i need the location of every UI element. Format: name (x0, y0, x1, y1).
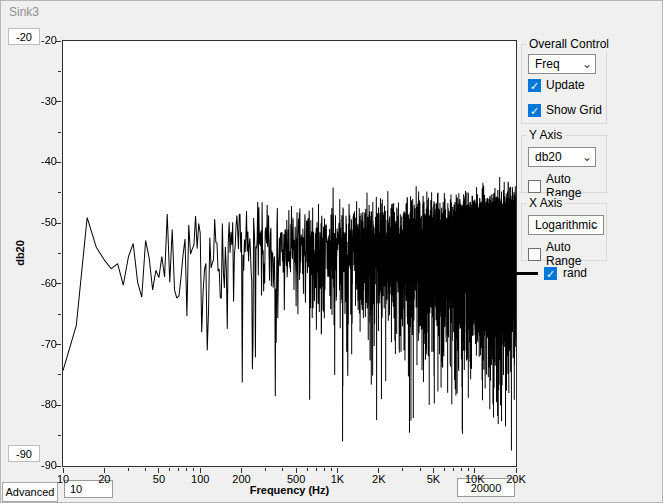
y-minor-tick (58, 435, 61, 436)
x-minor-tick (402, 468, 403, 471)
legend: ✓ rand (516, 266, 587, 280)
y-minor-tick (58, 71, 61, 72)
show-grid-checkbox-label: Show Grid (546, 103, 602, 117)
x-minor-tick (265, 468, 266, 471)
y-minor-tick (58, 132, 61, 133)
x-minor-tick (444, 468, 445, 471)
y-tick-label: -70 (23, 338, 57, 351)
check-icon: ✓ (530, 105, 539, 117)
y-axis-group: Y Axis db20 ⌄ ✓ Auto Range (521, 135, 607, 193)
x-tick-label: 500 (279, 473, 313, 486)
update-checkbox-label: Update (546, 78, 585, 92)
overall-control-dropdown-value: Freq (535, 57, 560, 71)
y-axis-title: db20 (14, 240, 26, 266)
x-tick-label: 5K (416, 473, 450, 486)
x-minor-tick (316, 468, 317, 471)
x-tick-label: 50 (142, 473, 176, 486)
y-tick-label: -80 (23, 398, 57, 411)
x-tick-label: 200 (225, 473, 259, 486)
x-auto-range-label: Auto Range (546, 240, 606, 268)
y-tick-label: -90 (23, 459, 57, 472)
x-minor-tick (169, 468, 170, 471)
x-tick-label: 1K (320, 473, 354, 486)
y-minor-tick (58, 314, 61, 315)
x-minor-tick (331, 468, 332, 471)
x-minor-tick (453, 468, 454, 471)
y-tick-label: -30 (23, 95, 57, 108)
legend-rand-checkbox[interactable]: ✓ (544, 267, 557, 280)
x-minor-tick (461, 468, 462, 471)
plot-area[interactable] (62, 40, 517, 467)
update-row: ✓ Update (528, 78, 585, 92)
x-minor-tick (307, 468, 308, 471)
x-minor-tick (128, 468, 129, 471)
x-auto-range-checkbox[interactable]: ✓ (528, 248, 541, 261)
x-tick-label: 20 (87, 473, 121, 486)
show-grid-row: ✓ Show Grid (528, 103, 602, 117)
x-minor-tick (324, 468, 325, 471)
overall-control-group-title: Overall Control (526, 37, 612, 51)
legend-line-swatch (516, 272, 538, 275)
show-grid-checkbox[interactable]: ✓ (528, 104, 541, 117)
window-title: Sink3 (9, 5, 39, 19)
x-axis-group: X Axis Logarithmic ⌄ ✓ Auto Range (521, 203, 607, 261)
x-minor-tick (178, 468, 179, 471)
x-tick-label: 20K (499, 473, 533, 486)
x-minor-tick (420, 468, 421, 471)
y-axis-dropdown[interactable]: db20 ⌄ (528, 147, 596, 167)
x-minor-tick (186, 468, 187, 471)
y-minor-tick (58, 253, 61, 254)
frequency-sink-window: Sink3 -20 -90 db20 Overall Control Freq … (0, 0, 663, 503)
chevron-down-icon: ⌄ (582, 55, 592, 73)
overall-control-dropdown[interactable]: Freq ⌄ (528, 54, 596, 74)
y-auto-range-checkbox[interactable]: ✓ (528, 180, 541, 193)
x-minor-tick (468, 468, 469, 471)
y-axis-group-title: Y Axis (526, 128, 565, 142)
overall-control-group: Overall Control Freq ⌄ ✓ Update ✓ Show G… (521, 44, 607, 124)
update-checkbox[interactable]: ✓ (528, 79, 541, 92)
chevron-down-icon: ⌄ (582, 148, 592, 166)
y-tick-label: -40 (23, 155, 57, 168)
y-axis-dropdown-value: db20 (535, 150, 562, 164)
x-auto-range-row: ✓ Auto Range (528, 240, 606, 268)
x-tick-label: 2K (362, 473, 396, 486)
x-tick-label: 10 (46, 473, 80, 486)
x-tick-label: 100 (183, 473, 217, 486)
spectrum-canvas (63, 41, 516, 466)
legend-rand-label: rand (563, 266, 587, 280)
x-axis-dropdown-value: Logarithmic (535, 218, 597, 232)
chevron-down-icon: ⌄ (590, 216, 600, 234)
x-tick-label: 10K (458, 473, 492, 486)
y-tick-label: -60 (23, 277, 57, 290)
x-minor-tick (282, 468, 283, 471)
x-axis-dropdown[interactable]: Logarithmic ⌄ (528, 215, 604, 235)
y-tick-label: -20 (23, 34, 57, 47)
check-icon: ✓ (530, 80, 539, 92)
x-minor-tick (145, 468, 146, 471)
y-minor-tick (58, 374, 61, 375)
y-minor-tick (58, 192, 61, 193)
x-minor-tick (193, 468, 194, 471)
y-tick-label: -50 (23, 216, 57, 229)
x-axis-group-title: X Axis (526, 196, 565, 210)
check-icon: ✓ (546, 268, 555, 280)
